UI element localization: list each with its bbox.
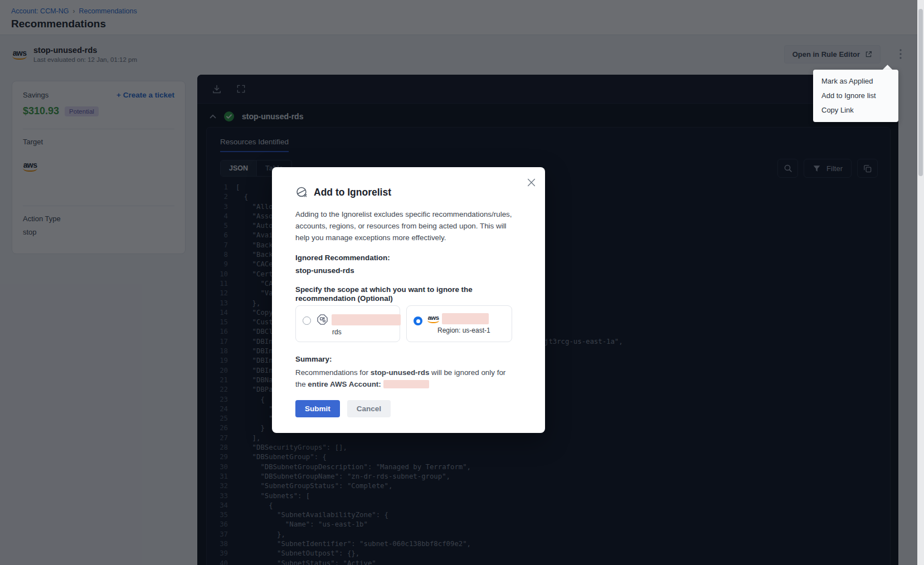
summary-text: Recommendations for stop-unused-rds will…: [295, 367, 510, 391]
kebab-dropdown-menu: Mark as Applied Add to Ignore list Copy …: [813, 70, 898, 122]
page-scrollbar[interactable]: [917, 0, 924, 565]
menu-item[interactable]: Copy Link: [813, 103, 898, 118]
scope-option-rds-label: rds: [332, 328, 401, 336]
scope-option-cards: rds aws Region: us-east-1: [295, 305, 522, 342]
scrollbar-thumb[interactable]: [918, 9, 923, 176]
redacted-account-id: [442, 313, 489, 324]
submit-button[interactable]: Submit: [295, 400, 340, 417]
close-icon[interactable]: [526, 177, 536, 187]
menu-item[interactable]: Mark as Applied: [813, 74, 898, 89]
menu-item[interactable]: Add to Ignore list: [813, 89, 898, 103]
ignored-recommendation-label: Ignored Recommendation:: [295, 254, 522, 262]
redacted-resource-name: [332, 314, 401, 325]
summary-label: Summary:: [295, 355, 522, 363]
scope-label: Specify the scope at which you want to i…: [295, 285, 516, 303]
scope-option-region-label: Region: us-east-1: [437, 327, 490, 334]
radio-selected[interactable]: [414, 316, 422, 325]
ignored-recommendation-value: stop-unused-rds: [295, 266, 522, 275]
aws-swoosh: [427, 320, 439, 323]
aws-logo-small: aws: [427, 315, 439, 324]
modal-description: Adding to the Ignorelist excludes specif…: [295, 209, 517, 243]
scope-option-aws-account[interactable]: aws Region: us-east-1: [406, 305, 512, 342]
ignore-icon: [295, 186, 308, 199]
radio-unselected[interactable]: [303, 316, 311, 325]
redacted-account-inline: [383, 380, 429, 388]
cancel-button[interactable]: Cancel: [347, 400, 391, 417]
scope-option-rds[interactable]: rds: [295, 305, 400, 342]
add-to-ignorelist-modal: Add to Ignorelist Adding to the Ignoreli…: [272, 167, 545, 433]
modal-title: Add to Ignorelist: [314, 187, 391, 198]
resource-octagon-icon: [316, 313, 329, 326]
